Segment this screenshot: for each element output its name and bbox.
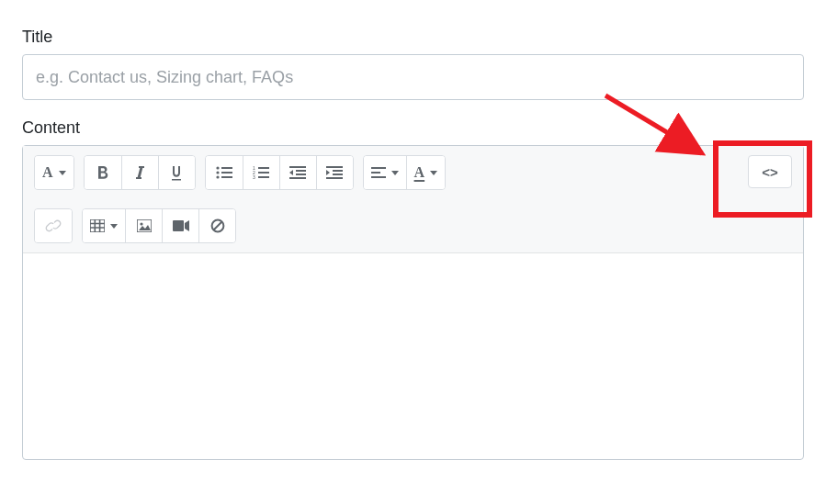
svg-rect-3 <box>221 172 232 174</box>
image-icon <box>137 219 152 232</box>
outdent-button[interactable] <box>279 156 316 189</box>
svg-rect-18 <box>333 174 343 175</box>
table-icon <box>90 219 105 232</box>
font-style-icon: A <box>42 164 53 181</box>
svg-rect-11 <box>258 176 269 178</box>
svg-rect-19 <box>326 177 343 179</box>
indent-button[interactable] <box>316 156 353 189</box>
italic-icon <box>134 165 145 180</box>
svg-rect-12 <box>289 166 306 168</box>
text-color-icon: A <box>414 164 425 181</box>
svg-rect-15 <box>289 177 306 179</box>
editor-toolbar: A 123 <box>23 146 803 253</box>
clear-format-button[interactable] <box>198 209 235 242</box>
chevron-down-icon <box>430 171 437 175</box>
link-icon <box>45 218 62 234</box>
chevron-down-icon <box>391 171 399 175</box>
table-dropdown[interactable] <box>83 209 125 242</box>
code-icon: <> <box>762 164 778 180</box>
content-label: Content <box>22 118 804 138</box>
svg-rect-7 <box>258 167 269 169</box>
link-button[interactable] <box>35 209 72 242</box>
svg-rect-5 <box>221 176 232 178</box>
svg-rect-14 <box>296 174 306 175</box>
rich-text-editor: A 123 <box>22 145 804 460</box>
underline-button[interactable] <box>158 156 195 189</box>
indent-icon <box>326 166 343 179</box>
video-icon <box>173 220 189 231</box>
bullet-list-button[interactable] <box>206 156 243 189</box>
chevron-down-icon <box>110 224 118 229</box>
outdent-icon <box>289 166 306 179</box>
image-button[interactable] <box>125 209 162 242</box>
svg-rect-20 <box>371 167 386 169</box>
svg-rect-13 <box>296 170 306 172</box>
svg-point-0 <box>216 166 219 169</box>
font-style-dropdown[interactable]: A <box>35 156 74 189</box>
numbered-list-icon: 123 <box>253 166 269 179</box>
align-dropdown[interactable] <box>364 156 406 189</box>
chevron-down-icon <box>59 171 66 175</box>
svg-text:3: 3 <box>253 174 255 179</box>
numbered-list-button[interactable]: 123 <box>243 156 279 189</box>
svg-point-2 <box>216 171 219 174</box>
svg-rect-22 <box>371 176 386 178</box>
no-entry-icon <box>210 218 225 233</box>
svg-line-32 <box>213 222 221 230</box>
underline-icon <box>170 165 183 181</box>
svg-point-29 <box>140 222 142 225</box>
video-button[interactable] <box>162 209 198 242</box>
text-color-dropdown[interactable]: A <box>406 156 446 189</box>
title-label: Title <box>22 28 804 47</box>
html-button[interactable]: <> <box>748 155 792 188</box>
bold-button[interactable] <box>85 156 121 189</box>
title-input[interactable] <box>22 54 804 100</box>
svg-rect-16 <box>326 166 343 168</box>
content-editor-body[interactable] <box>23 253 803 455</box>
svg-rect-17 <box>333 170 343 172</box>
svg-rect-21 <box>371 172 380 174</box>
bold-icon <box>96 165 109 180</box>
svg-rect-9 <box>258 172 269 174</box>
svg-rect-23 <box>90 219 105 232</box>
svg-point-4 <box>216 175 219 178</box>
svg-rect-1 <box>221 167 232 169</box>
svg-rect-30 <box>173 220 184 231</box>
align-left-icon <box>371 167 386 178</box>
italic-button[interactable] <box>121 156 158 189</box>
bullet-list-icon <box>216 166 232 179</box>
